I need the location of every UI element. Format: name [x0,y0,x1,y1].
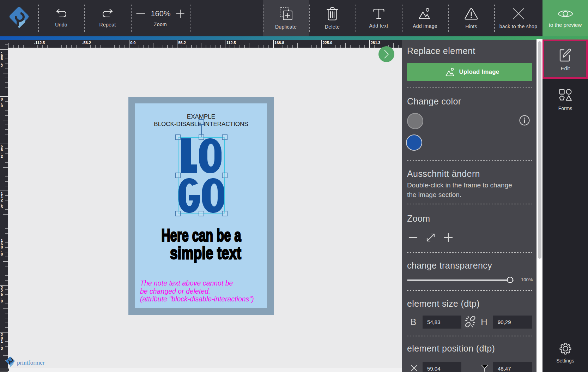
svg-text:simple text: simple text [170,243,241,263]
svg-text:printformer: printformer [17,359,45,366]
svg-text:Here can be a: Here can be a [162,226,241,245]
